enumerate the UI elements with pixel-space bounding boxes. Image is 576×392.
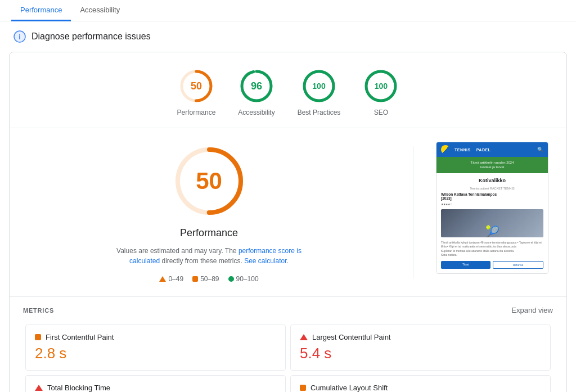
fcp-value: 2.8 s (35, 345, 276, 362)
lcp-name: Largest Contentful Paint (312, 333, 390, 341)
preview-heading: Kotivalikko (441, 178, 543, 183)
preview-subheading: Tennistuotteet RACKET TENNIS (441, 187, 543, 190)
metric-fcp: First Contentful Paint 2.8 s (25, 325, 286, 371)
performance-left: 50 Performance Values are estimated and … (28, 142, 390, 283)
performance-label: Performance (177, 109, 216, 116)
score-seo: 100 SEO (363, 68, 399, 116)
metric-tbt: Total Blocking Time 660 ms (25, 375, 286, 392)
accessibility-label: Accessibility (238, 109, 274, 116)
legend-poor: 0–49 (159, 275, 183, 283)
big-performance-score: 50 (196, 168, 222, 195)
performance-description: Values are estimated and may vary. The p… (114, 246, 305, 266)
preview-banner: Tämä artikkelin vuoden 2024tuotteet ja t… (436, 157, 548, 173)
seo-label: SEO (374, 109, 388, 116)
preview-product-title: Wilson Kattava Tennismalanpos[2023] (441, 192, 543, 200)
legend-good: 90–100 (228, 275, 259, 283)
score-best-practices: 100 Best Practices (298, 68, 341, 116)
accessibility-circle: 96 (238, 68, 274, 104)
performance-score-value: 50 (191, 80, 202, 92)
lcp-indicator (300, 334, 308, 340)
vertical-divider (413, 146, 413, 278)
expand-view-button[interactable]: Expand view (511, 306, 553, 314)
preview-nav-tennis: TENNIS (454, 148, 471, 152)
good-icon (228, 276, 234, 282)
preview-nav-padel: PADEL (476, 148, 491, 152)
tab-performance[interactable]: Performance (11, 0, 71, 21)
metrics-grid: First Contentful Paint 2.8 s Largest Con… (23, 322, 553, 392)
score-performance: 50 Performance (177, 68, 216, 116)
fcp-name: First Contentful Paint (46, 333, 114, 341)
preview-btn-order[interactable]: Tilaat (441, 261, 490, 269)
racket-icon: 🎾 (485, 226, 500, 237)
poor-icon (159, 276, 166, 282)
legend: 0–49 50–89 90–100 (159, 275, 258, 283)
needs-improvement-icon (192, 276, 198, 282)
big-performance-ring: 50 (170, 142, 249, 220)
score-accessibility: 96 Accessibility (238, 68, 274, 116)
preview-product-image: 🎾 (441, 209, 543, 237)
preview-desc-text: Tämä artikkelia kykyä tuotavan 46 suure … (441, 241, 543, 258)
cls-indicator (300, 385, 306, 391)
info-icon: i (14, 30, 26, 43)
preview-search-icon: 🔍 (537, 147, 543, 152)
header-section: i Diagnose performance issues (0, 21, 576, 52)
metric-tbt-header: Total Blocking Time (35, 384, 276, 392)
metric-lcp-header: Largest Contentful Paint (300, 333, 541, 341)
svg-text:i: i (19, 33, 20, 41)
seo-circle: 100 (363, 68, 399, 104)
metrics-header: METRICS Expand view (23, 306, 553, 314)
preview-btn-refund[interactable]: Refunse (493, 261, 543, 269)
top-tabs: Performance Accessibility (0, 0, 576, 21)
calculator-link[interactable]: See calculator (244, 257, 286, 265)
metrics-section: METRICS Expand view First Contentful Pai… (10, 296, 566, 392)
best-practices-score-value: 100 (312, 82, 325, 91)
accessibility-score-value: 96 (251, 80, 262, 92)
performance-circle: 50 (178, 68, 214, 104)
metrics-title: METRICS (23, 307, 54, 314)
preview-product-sub: ★★★★☆ (441, 202, 543, 206)
performance-detail: 50 Performance Values are estimated and … (10, 128, 566, 296)
main-card: 50 Performance 96 Accessibility (9, 52, 567, 392)
tab-accessibility[interactable]: Accessibility (71, 0, 129, 21)
preview-body: Kotivalikko Tennistuotteet RACKET TENNIS… (436, 173, 548, 273)
cls-name: Cumulative Layout Shift (310, 384, 388, 392)
preview-banner-text: Tämä artikkelin vuoden 2024tuotteet ja t… (441, 160, 543, 170)
seo-score-value: 100 (375, 82, 388, 91)
tbt-indicator (35, 385, 43, 391)
page-title: Diagnose performance issues (32, 31, 151, 42)
metric-fcp-header: First Contentful Paint (35, 333, 276, 341)
preview-logo (441, 145, 450, 154)
best-practices-label: Best Practices (298, 109, 341, 116)
legend-needs-improvement: 50–89 (192, 275, 219, 283)
metric-cls-header: Cumulative Layout Shift (300, 384, 541, 392)
metric-cls: Cumulative Layout Shift 0.191 (290, 375, 551, 392)
tbt-name: Total Blocking Time (47, 384, 110, 392)
score-summary: 50 Performance 96 Accessibility (10, 52, 566, 128)
metric-lcp: Largest Contentful Paint 5.4 s (290, 325, 551, 371)
website-preview: TENNIS PADEL 🔍 Tämä artikkelin vuoden 20… (436, 142, 548, 274)
fcp-indicator (35, 334, 41, 340)
preview-topbar: TENNIS PADEL 🔍 (436, 142, 548, 157)
preview-buttons: Tilaat Refunse (441, 261, 543, 269)
performance-title: Performance (180, 227, 238, 239)
performance-right: TENNIS PADEL 🔍 Tämä artikkelin vuoden 20… (436, 142, 548, 274)
lcp-value: 5.4 s (300, 345, 541, 362)
best-practices-circle: 100 (301, 68, 337, 104)
preview-nav: TENNIS PADEL (454, 148, 533, 152)
page-wrapper: Performance Accessibility i Diagnose per… (0, 0, 576, 392)
